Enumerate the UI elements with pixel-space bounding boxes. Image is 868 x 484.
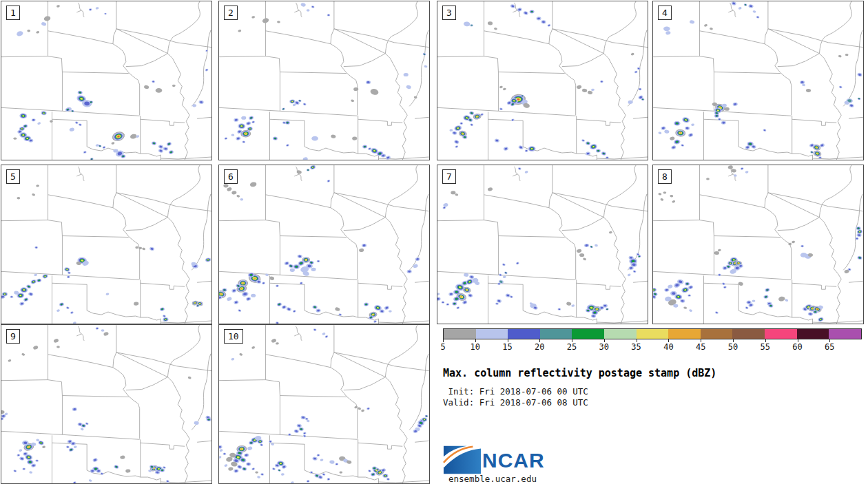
- radar-echo: [13, 137, 17, 139]
- radar-echo: [219, 456, 222, 459]
- colorbar-tick-label: 35: [623, 342, 650, 352]
- radar-echo: [463, 21, 471, 27]
- state-border-line: [141, 443, 185, 449]
- state-border-line: [197, 281, 211, 282]
- radar-echo: [838, 55, 842, 58]
- colorbar-segment-55: [765, 329, 797, 339]
- state-border-line: [704, 119, 739, 120]
- valid-time-label: Valid: Fri 2018-07-06 08 UTC: [443, 397, 588, 408]
- radar-echo: [660, 198, 664, 201]
- reflectivity-map: [219, 1, 429, 160]
- radar-echo: [566, 302, 572, 306]
- state-border-line: [113, 44, 129, 73]
- colorbar-tick-label: 45: [687, 342, 714, 352]
- ensemble-panel-9: 9: [1, 324, 212, 484]
- state-border-line: [1, 380, 48, 381]
- radar-echo: [404, 73, 409, 76]
- state-border-line: [294, 167, 302, 181]
- reflectivity-map: [1, 1, 211, 160]
- state-border-line: [331, 165, 334, 208]
- state-border-line: [415, 281, 429, 282]
- state-border-line: [129, 397, 140, 439]
- ensemble-panel-3: 3: [437, 1, 648, 160]
- state-border-line: [347, 237, 358, 280]
- state-border-line: [219, 220, 266, 221]
- state-border-line: [141, 119, 185, 125]
- state-border-line: [48, 380, 63, 396]
- panel-number-label: 5: [6, 169, 20, 184]
- radar-echo: [74, 445, 77, 448]
- radar-echo: [663, 26, 670, 31]
- state-border-line: [700, 195, 765, 208]
- radar-echo: [53, 338, 59, 343]
- radar-echo: [352, 136, 358, 140]
- state-border-line: [484, 31, 549, 44]
- radar-echo: [111, 142, 114, 145]
- state-border-line: [603, 1, 636, 54]
- radar-echo: [240, 198, 243, 200]
- state-border-line: [484, 195, 549, 208]
- radar-echo: [577, 85, 582, 90]
- state-border-line: [765, 1, 768, 44]
- radar-echo: [725, 107, 730, 111]
- state-border-line: [116, 353, 168, 377]
- state-border-line: [331, 44, 347, 73]
- radar-echo: [591, 89, 595, 92]
- radar-echo: [424, 65, 427, 67]
- radar-echo: [231, 358, 234, 361]
- ncar-logo-swoosh-icon: [443, 445, 482, 475]
- state-border-line: [633, 117, 648, 118]
- state-border-line: [409, 30, 428, 107]
- radar-echo: [50, 120, 53, 123]
- state-border-line: [62, 236, 128, 238]
- state-border-line: [1, 220, 48, 221]
- radar-echo: [311, 268, 316, 271]
- state-border-line: [577, 317, 597, 324]
- ensemble-panel-5: 5: [1, 165, 212, 324]
- state-border-line: [167, 325, 200, 377]
- colorbar-tick-label: 50: [719, 342, 747, 352]
- state-border-line: [358, 477, 379, 483]
- radar-echo: [187, 376, 191, 379]
- panel-number-label: 1: [6, 6, 20, 20]
- dbz-colorbar: [443, 328, 862, 339]
- radar-echo: [271, 338, 276, 343]
- radar-echo: [752, 10, 756, 13]
- colorbar-segment-60: [797, 329, 829, 339]
- radar-echo: [668, 284, 673, 289]
- state-border-line: [87, 470, 140, 477]
- state-border-line: [161, 157, 211, 159]
- radar-echo: [488, 21, 493, 25]
- radar-echo: [276, 342, 279, 345]
- radar-echo: [524, 171, 528, 174]
- ensemble-panel-6: 6: [218, 165, 430, 324]
- radar-echo: [714, 251, 720, 255]
- radar-echo: [727, 165, 733, 169]
- state-border-line: [113, 368, 129, 397]
- state-border-line: [331, 208, 347, 237]
- radar-echo: [281, 473, 285, 476]
- radar-echo: [32, 193, 35, 196]
- state-border-line: [765, 165, 768, 208]
- radar-echo: [689, 309, 693, 313]
- radar-echo: [406, 85, 411, 90]
- state-border-line: [280, 72, 346, 74]
- radar-echo: [72, 322, 76, 324]
- state-border-line: [331, 325, 334, 368]
- radar-echo: [276, 465, 278, 467]
- state-border-line: [167, 218, 189, 324]
- radar-echo: [241, 116, 246, 120]
- state-border-line: [141, 283, 185, 289]
- radar-echo: [389, 310, 392, 312]
- state-border-line: [562, 54, 604, 67]
- radar-echo: [17, 197, 20, 199]
- state-border-line: [778, 218, 820, 231]
- panel-number-label: 8: [658, 169, 672, 184]
- state-border-line: [280, 396, 346, 397]
- state-border-line: [266, 380, 280, 396]
- state-border-line: [167, 165, 200, 218]
- state-border-line: [331, 368, 347, 397]
- state-border-line: [344, 377, 386, 390]
- state-border-line: [358, 119, 403, 125]
- radar-echo: [747, 302, 750, 304]
